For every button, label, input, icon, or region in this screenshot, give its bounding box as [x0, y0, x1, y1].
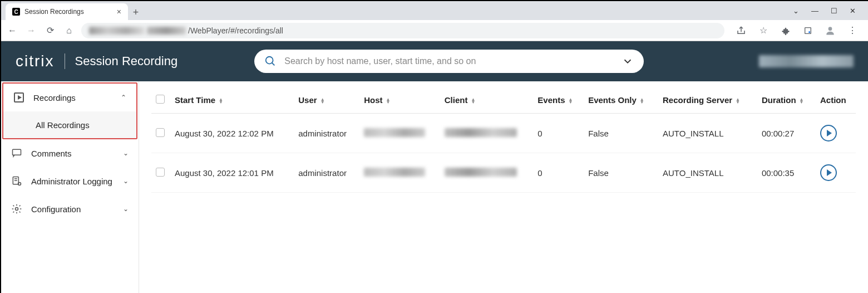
search-input[interactable] [284, 56, 614, 66]
col-start-time[interactable]: Start Time▲▼ [170, 87, 294, 114]
sidebar-subitem-all-recordings[interactable]: All Recordings [3, 111, 136, 138]
cell-action [816, 114, 856, 153]
sidebar-item-configuration[interactable]: Configuration ⌄ [1, 195, 139, 223]
select-all-checkbox[interactable] [156, 95, 165, 104]
table-row[interactable]: August 30, 2022 12:01 PM administrator 0… [151, 153, 856, 193]
profile-avatar-icon[interactable] [823, 24, 837, 37]
window-close-icon[interactable]: ✕ [850, 7, 856, 15]
tab-close-icon[interactable]: × [117, 7, 121, 16]
share-icon[interactable] [734, 24, 748, 37]
sidebar-subitem-label: All Recordings [36, 120, 90, 130]
cell-start-time: August 30, 2022 12:01 PM [170, 153, 294, 193]
brand-logo: citrix [16, 52, 55, 70]
sidebar-item-label: Comments [31, 149, 114, 158]
window-maximize-icon[interactable]: ☐ [831, 7, 837, 15]
tab-title: Session Recordings [24, 8, 112, 16]
col-duration[interactable]: Duration▲▼ [757, 87, 816, 114]
cell-events-only: False [584, 153, 658, 193]
window-minimize-icon[interactable]: — [811, 7, 818, 15]
col-host[interactable]: Host▲▼ [359, 87, 440, 114]
col-client[interactable]: Client▲▼ [440, 87, 534, 114]
sort-icon: ▲▼ [800, 98, 804, 104]
cell-action [816, 153, 856, 193]
cell-duration: 00:00:35 [757, 153, 816, 193]
sidebar-item-label: Configuration [31, 204, 114, 214]
search-expand-icon[interactable] [622, 55, 634, 67]
col-recording-server[interactable]: Recording Server▲▼ [658, 87, 757, 114]
window-controls: ⌄ — ☐ ✕ [793, 1, 864, 20]
cell-events: 0 [533, 153, 584, 193]
sort-icon: ▲▼ [569, 98, 573, 104]
svg-point-10 [16, 208, 18, 211]
svg-line-4 [272, 63, 275, 66]
browser-chrome: C Session Recordings × + ⌄ — ☐ ✕ ← → ⟳ ⌂… [1, 1, 868, 41]
cell-duration: 00:00:27 [757, 114, 816, 153]
nav-reload-button[interactable]: ⟳ [43, 24, 57, 37]
recordings-table: Start Time▲▼ User▲▼ Host▲▼ Client▲▼ Even… [151, 87, 856, 193]
sort-icon: ▲▼ [320, 98, 325, 104]
url-redacted-path [147, 27, 186, 35]
product-title: Session Recording [75, 54, 178, 69]
sidebar-highlight-box: Recordings ⌃ All Recordings [2, 82, 137, 139]
sidebar-item-label: Administrator Logging [31, 177, 114, 186]
search-bar[interactable] [254, 50, 644, 73]
row-checkbox[interactable] [156, 128, 165, 137]
main-content: Start Time▲▼ User▲▼ Host▲▼ Client▲▼ Even… [139, 81, 868, 293]
tab-favicon-icon: C [12, 8, 20, 16]
cell-client [440, 153, 534, 193]
new-tab-button[interactable]: + [128, 4, 144, 20]
cell-host [359, 114, 440, 153]
sidebar-item-admin-logging[interactable]: Administrator Logging ⌄ [1, 167, 139, 195]
url-bar[interactable]: /WebPlayer/#/recordings/all [81, 23, 724, 38]
tab-dropdown-icon[interactable]: ⌄ [793, 7, 799, 15]
search-container [254, 50, 644, 73]
row-checkbox[interactable] [156, 168, 165, 177]
nav-home-button[interactable]: ⌂ [62, 24, 76, 37]
cell-user: administrator [294, 114, 359, 153]
toolbar-right: ☆ ⋮ [730, 24, 864, 37]
nav-back-button[interactable]: ← [6, 24, 19, 37]
col-events[interactable]: Events▲▼ [533, 87, 584, 114]
col-action: Action [816, 87, 856, 114]
nav-forward-button[interactable]: → [24, 24, 38, 37]
col-user[interactable]: User▲▼ [294, 87, 359, 114]
cell-client [440, 114, 534, 153]
svg-point-7 [18, 183, 21, 185]
reading-list-icon[interactable] [801, 24, 815, 37]
cell-start-time: August 30, 2022 12:02 PM [170, 114, 294, 153]
svg-point-2 [828, 27, 832, 31]
sidebar-item-comments[interactable]: Comments ⌄ [1, 139, 139, 167]
cell-events: 0 [533, 114, 584, 153]
address-row: ← → ⟳ ⌂ /WebPlayer/#/recordings/all ☆ ⋮ [1, 20, 868, 41]
table-row[interactable]: August 30, 2022 12:02 PM administrator 0… [151, 114, 856, 153]
chevron-down-icon: ⌄ [123, 177, 129, 185]
cell-events-only: False [584, 114, 658, 153]
cell-host [359, 153, 440, 193]
tab-strip: C Session Recordings × + ⌄ — ☐ ✕ [1, 1, 868, 20]
chevron-down-icon: ⌄ [123, 205, 129, 213]
sort-icon: ▲▼ [640, 98, 644, 104]
search-icon [264, 55, 277, 67]
sidebar: Recordings ⌃ All Recordings Comments ⌄ A… [1, 81, 139, 293]
play-button[interactable] [820, 125, 837, 141]
app-body: Recordings ⌃ All Recordings Comments ⌄ A… [1, 81, 868, 293]
extensions-icon[interactable] [779, 24, 792, 37]
sort-icon: ▲▼ [386, 98, 390, 104]
bookmark-star-icon[interactable]: ☆ [757, 24, 770, 37]
app-header: citrix Session Recording [1, 41, 868, 81]
svg-rect-5 [13, 149, 21, 155]
col-events-only[interactable]: Events Only▲▼ [584, 87, 658, 114]
cell-recording-server: AUTO_INSTALL [658, 153, 757, 193]
kebab-menu-icon[interactable]: ⋮ [846, 24, 859, 37]
cell-user: administrator [294, 153, 359, 193]
sort-icon: ▲▼ [736, 98, 740, 104]
browser-tab[interactable]: C Session Recordings × [6, 3, 128, 20]
table-header-row: Start Time▲▼ User▲▼ Host▲▼ Client▲▼ Even… [151, 87, 856, 114]
chevron-up-icon: ⌃ [121, 94, 126, 101]
sidebar-item-recordings[interactable]: Recordings ⌃ [3, 84, 136, 111]
comments-icon [11, 148, 22, 159]
gear-icon [11, 203, 22, 214]
sort-icon: ▲▼ [219, 98, 223, 104]
brand-divider [65, 53, 65, 69]
play-button[interactable] [820, 164, 837, 181]
